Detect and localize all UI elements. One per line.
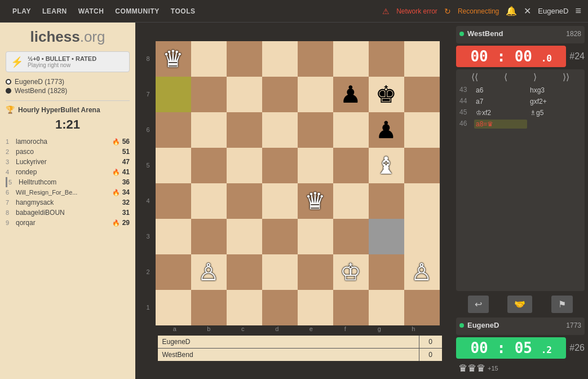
lb-score-4: 41 <box>122 168 130 176</box>
captured-pieces-icon: ♛♛♛ <box>458 362 485 374</box>
cell-c4[interactable] <box>227 183 262 219</box>
move-start-btn[interactable]: ⟨⟨ <box>471 72 478 82</box>
bell-icon[interactable]: 🔔 <box>506 6 517 16</box>
cell-h5[interactable] <box>404 148 440 183</box>
cell-a1[interactable] <box>156 290 191 325</box>
cell-c3[interactable] <box>227 219 262 254</box>
lb-row-7: 7 hangmysack 32 <box>6 197 130 208</box>
move-white-45[interactable]: ♔xf2 <box>474 108 527 117</box>
nav-watch[interactable]: WATCH <box>73 5 110 17</box>
cell-c2[interactable] <box>227 254 262 290</box>
cell-e4[interactable]: ♛ <box>298 183 333 219</box>
cell-e6[interactable] <box>298 112 333 148</box>
players-info: EugeneD (1773) WestBend (1828) <box>6 78 130 95</box>
cell-e5[interactable] <box>298 148 333 183</box>
cell-f4[interactable] <box>333 183 369 219</box>
sidebar-logo: lichess.org <box>6 28 130 46</box>
move-end-btn[interactable]: ⟩⟩ <box>563 72 569 82</box>
cell-d4[interactable] <box>262 183 298 219</box>
cell-h3[interactable] <box>404 219 440 254</box>
cell-a3[interactable] <box>156 219 191 254</box>
cell-g5[interactable]: ♝ <box>369 148 404 183</box>
nav-tools[interactable]: TOOLS <box>165 5 201 17</box>
cell-a2[interactable] <box>156 254 191 290</box>
close-icon[interactable]: ✕ <box>524 6 531 16</box>
move-prev-btn[interactable]: ⟨ <box>504 72 507 82</box>
cell-h6[interactable] <box>404 112 440 148</box>
cell-b1[interactable] <box>191 290 227 325</box>
top-rank: #24 <box>569 51 585 61</box>
handshake-btn[interactable]: 🤝 <box>507 296 532 313</box>
cell-c8[interactable] <box>227 41 262 77</box>
cell-g3[interactable] <box>369 219 404 254</box>
cell-b3[interactable] <box>191 219 227 254</box>
cell-a7[interactable] <box>156 77 191 112</box>
nav-username[interactable]: EugeneD <box>538 7 568 15</box>
cell-d6[interactable] <box>262 112 298 148</box>
cell-d1[interactable] <box>262 290 298 325</box>
cell-e8[interactable] <box>298 41 333 77</box>
cell-b8[interactable] <box>191 41 227 77</box>
cell-b2[interactable]: ♙ <box>191 254 227 290</box>
cell-b4[interactable] <box>191 183 227 219</box>
undo-btn[interactable]: ↩ <box>468 296 489 313</box>
move-num-46: 46 <box>459 120 473 129</box>
nav-community[interactable]: COMMUNITY <box>109 5 165 17</box>
cell-f6[interactable] <box>333 112 369 148</box>
cell-c7[interactable] <box>227 77 262 112</box>
cell-d2[interactable] <box>262 254 298 290</box>
cell-f3[interactable] <box>333 219 369 254</box>
move-white-44[interactable]: a7 <box>474 97 527 106</box>
cell-g2[interactable] <box>369 254 404 290</box>
cell-e3[interactable] <box>298 219 333 254</box>
cell-g4[interactable] <box>369 183 404 219</box>
move-black-45[interactable]: ♗g5 <box>528 108 581 117</box>
fire-icon-4: 🔥 <box>112 169 120 176</box>
cell-d8[interactable] <box>262 41 298 77</box>
cell-b6[interactable] <box>191 112 227 148</box>
nav-learn[interactable]: LEARN <box>37 5 73 17</box>
cell-b5[interactable] <box>191 148 227 183</box>
cell-b7[interactable] <box>191 77 227 112</box>
cell-a4[interactable] <box>156 183 191 219</box>
cell-f2[interactable]: ♔ <box>333 254 369 290</box>
lb-row-2: 2 pasco 51 <box>6 147 130 157</box>
cell-g8[interactable] <box>369 41 404 77</box>
cell-h7[interactable] <box>404 77 440 112</box>
bolt-icon: ⚡ <box>11 56 23 68</box>
cell-a5[interactable] <box>156 148 191 183</box>
black-player-name: WestBend (1828) <box>15 87 67 95</box>
move-black-43[interactable]: hxg3 <box>528 86 581 95</box>
cell-d3[interactable] <box>262 219 298 254</box>
cell-d7[interactable] <box>262 77 298 112</box>
lb-name-6: Will_Resign_For_Be... <box>16 189 110 196</box>
move-black-44[interactable]: gxf2+ <box>528 97 581 106</box>
cell-d5[interactable] <box>262 148 298 183</box>
cell-h1[interactable] <box>404 290 440 325</box>
cell-f5[interactable] <box>333 148 369 183</box>
cell-e2[interactable] <box>298 254 333 290</box>
cell-c5[interactable] <box>227 148 262 183</box>
move-white-46[interactable]: a8=♛ <box>474 120 527 129</box>
cell-g1[interactable] <box>369 290 404 325</box>
flag-btn[interactable]: ⚑ <box>551 296 573 313</box>
hamburger-icon[interactable]: ≡ <box>575 5 581 17</box>
cell-h4[interactable] <box>404 183 440 219</box>
cell-f1[interactable] <box>333 290 369 325</box>
cell-a8[interactable]: ♛ <box>156 41 191 77</box>
lb-row-4: 4 rondep 🔥 41 <box>6 167 130 177</box>
move-next-btn[interactable]: ⟩ <box>533 72 537 82</box>
cell-h8[interactable] <box>404 41 440 77</box>
cell-a6[interactable] <box>156 112 191 148</box>
move-white-43[interactable]: a6 <box>474 86 527 95</box>
cell-c1[interactable] <box>227 290 262 325</box>
cell-g6[interactable]: ♟ <box>369 112 404 148</box>
cell-h2[interactable]: ♙ <box>404 254 440 290</box>
cell-f8[interactable] <box>333 41 369 77</box>
cell-e1[interactable] <box>298 290 333 325</box>
nav-play[interactable]: PLAY <box>7 5 37 17</box>
cell-f7[interactable]: ♟ <box>333 77 369 112</box>
cell-g7[interactable]: ♚ <box>369 77 404 112</box>
cell-c6[interactable] <box>227 112 262 148</box>
cell-e7[interactable] <box>298 77 333 112</box>
